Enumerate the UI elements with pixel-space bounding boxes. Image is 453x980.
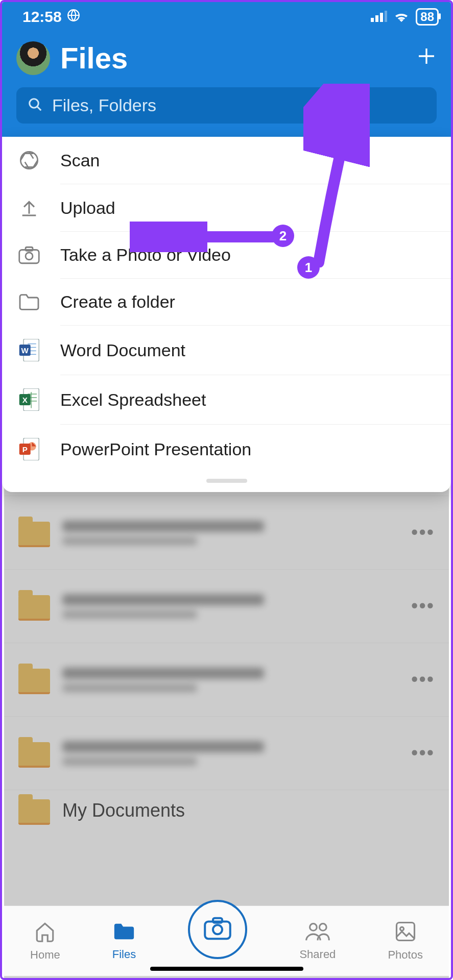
home-icon — [34, 921, 56, 945]
annotation-arrow-1 — [303, 84, 370, 267]
tab-label: Shared — [299, 948, 336, 961]
svg-line-8 — [37, 106, 41, 110]
tab-label: Home — [30, 948, 60, 962]
svg-text:P: P — [22, 445, 28, 454]
status-time: 12:58 — [22, 8, 62, 26]
app-header: Files Files, Folders — [2, 32, 451, 137]
page-title: Files — [60, 41, 406, 75]
menu-item-label: Scan — [60, 151, 100, 170]
annotation-arrow-2 — [130, 222, 283, 252]
status-bar: 12:58 88 — [2, 2, 451, 32]
tab-label: Photos — [388, 948, 423, 962]
battery-indicator: 88 — [416, 8, 439, 26]
svg-rect-33 — [213, 918, 222, 922]
svg-point-9 — [20, 152, 37, 168]
camera-icon — [204, 917, 231, 942]
svg-point-7 — [30, 99, 39, 108]
cellular-icon — [371, 8, 387, 26]
svg-text:X: X — [22, 396, 28, 404]
svg-rect-2 — [375, 15, 378, 22]
tab-files[interactable]: Files — [112, 921, 136, 961]
create-menu-sheet: Scan Upload Take a Photo or Video Create… — [2, 137, 451, 492]
svg-rect-3 — [380, 13, 383, 22]
svg-point-37 — [400, 927, 403, 930]
menu-item-create-folder[interactable]: Create a folder — [2, 279, 451, 325]
search-icon — [28, 97, 43, 114]
menu-item-scan[interactable]: Scan — [2, 137, 451, 184]
avatar[interactable] — [16, 41, 50, 75]
svg-rect-12 — [26, 247, 33, 251]
svg-point-11 — [26, 252, 33, 259]
menu-item-label: Word Document — [60, 340, 185, 360]
word-icon: W — [16, 339, 42, 361]
people-icon — [305, 921, 330, 945]
menu-item-label: Create a folder — [60, 292, 175, 312]
tab-label: Files — [112, 948, 136, 961]
svg-rect-36 — [396, 922, 414, 940]
menu-item-label: PowerPoint Presentation — [60, 439, 251, 459]
home-indicator[interactable] — [150, 967, 303, 971]
wifi-icon — [393, 8, 410, 26]
svg-point-32 — [213, 925, 222, 934]
tab-camera[interactable] — [188, 900, 247, 959]
camera-icon — [16, 246, 42, 264]
svg-point-34 — [309, 923, 317, 930]
modal-scrim[interactable] — [4, 445, 449, 978]
globe-icon — [67, 8, 80, 26]
tab-home[interactable]: Home — [30, 921, 60, 962]
upload-icon — [16, 198, 42, 218]
sheet-grabber[interactable] — [206, 479, 247, 483]
svg-rect-1 — [371, 18, 374, 22]
folder-icon — [16, 293, 42, 311]
search-placeholder: Files, Folders — [52, 95, 156, 115]
menu-item-excel[interactable]: X Excel Spreadsheet — [2, 375, 451, 424]
folder-icon — [112, 921, 136, 945]
svg-point-35 — [319, 923, 326, 930]
tab-bar: Home Files Shared Photos — [4, 905, 449, 976]
image-icon — [395, 921, 416, 945]
tab-shared[interactable]: Shared — [299, 921, 336, 961]
svg-text:W: W — [21, 346, 29, 355]
excel-icon: X — [16, 388, 42, 411]
menu-item-word[interactable]: W Word Document — [2, 326, 451, 375]
menu-item-label: Excel Spreadsheet — [60, 390, 206, 410]
powerpoint-icon: P — [16, 438, 42, 460]
menu-item-powerpoint[interactable]: P PowerPoint Presentation — [2, 425, 451, 474]
svg-rect-4 — [385, 11, 387, 22]
add-button[interactable] — [416, 44, 437, 72]
search-input[interactable]: Files, Folders — [16, 87, 437, 124]
tab-photos[interactable]: Photos — [388, 921, 423, 962]
aperture-icon — [16, 150, 42, 170]
menu-item-label: Upload — [60, 198, 115, 218]
